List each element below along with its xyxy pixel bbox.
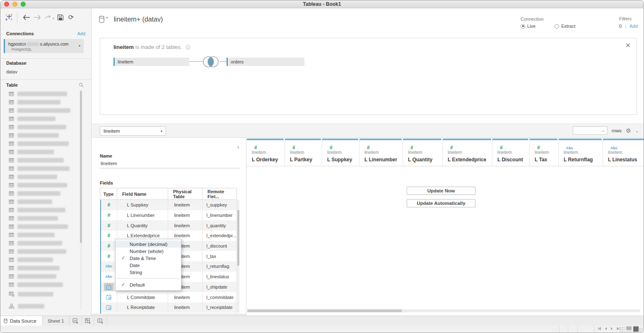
connection-caret-icon[interactable]: ▾ bbox=[79, 44, 80, 48]
scrollbar-thumb[interactable] bbox=[247, 309, 402, 312]
search-icon[interactable] bbox=[79, 83, 84, 88]
update-now-button[interactable]: Update Now bbox=[407, 187, 475, 195]
field-type-cell[interactable]: # bbox=[101, 220, 117, 231]
show-filmstrip-view-icon[interactable] bbox=[626, 326, 632, 332]
menu-item[interactable]: Number (whole) bbox=[116, 248, 181, 255]
field-row[interactable]: #L Linenumberlineiteml_linenumber bbox=[100, 210, 236, 221]
menu-item[interactable]: Date bbox=[116, 262, 181, 269]
go-arrow-icon[interactable]: → bbox=[601, 128, 605, 133]
table-list-item[interactable] bbox=[0, 290, 86, 298]
fields-column-header[interactable]: Type bbox=[100, 188, 117, 199]
new-story-button[interactable] bbox=[94, 316, 107, 326]
table-list-item[interactable] bbox=[0, 173, 86, 181]
field-type-cell[interactable]: # bbox=[101, 231, 117, 241]
gear-icon[interactable]: ⚙ bbox=[626, 127, 631, 134]
grid-column-header[interactable]: #lineitemL Discount bbox=[492, 139, 530, 166]
table-list-item[interactable] bbox=[0, 131, 86, 139]
menu-item-default[interactable]: ✓Default bbox=[116, 281, 181, 288]
name-input[interactable]: lineitem bbox=[101, 161, 117, 166]
field-name-cell[interactable]: L Commitdate bbox=[117, 292, 168, 302]
table-list-item[interactable] bbox=[0, 255, 86, 264]
table-list-item[interactable] bbox=[0, 106, 86, 114]
collapse-panel-icon[interactable]: ‹ bbox=[237, 143, 239, 150]
table-list-item[interactable] bbox=[0, 280, 86, 289]
grid-column-header[interactable]: #lineitemL Tax bbox=[530, 139, 559, 166]
database-value[interactable]: datav bbox=[6, 69, 17, 74]
grid-column-header[interactable]: AbclineitemL Linestatus bbox=[603, 139, 644, 166]
rows-count-input[interactable]: → bbox=[573, 126, 608, 135]
menu-item[interactable]: Number (decimal) bbox=[116, 241, 181, 248]
info-icon[interactable]: ⓘ bbox=[186, 44, 191, 50]
grid-column-header[interactable]: #lineitemL Orderkey bbox=[247, 139, 285, 166]
table-list-item[interactable] bbox=[0, 272, 86, 280]
grid-column-header[interactable]: #lineitemL Suppkey bbox=[322, 139, 359, 166]
chevron-down-icon[interactable]: ⌄ bbox=[635, 129, 639, 133]
table-list-item[interactable] bbox=[0, 206, 86, 214]
grid-column-header[interactable]: #lineitemL Partkey bbox=[285, 139, 322, 166]
first-sheet-icon[interactable] bbox=[597, 327, 601, 331]
table-list-item[interactable] bbox=[0, 139, 86, 148]
table-list-item[interactable] bbox=[0, 197, 86, 206]
table-list-item[interactable] bbox=[0, 239, 86, 247]
table-list-item[interactable] bbox=[0, 302, 86, 309]
next-sheet-icon[interactable] bbox=[610, 327, 613, 331]
field-name-cell[interactable]: L Linenumber bbox=[117, 210, 168, 221]
table-list-item[interactable] bbox=[0, 264, 86, 272]
fields-column-header[interactable]: Field Name bbox=[117, 188, 168, 199]
sidebar-scrollbar[interactable] bbox=[80, 90, 82, 309]
previous-sheet-icon[interactable] bbox=[604, 327, 607, 331]
save-button[interactable] bbox=[55, 12, 65, 22]
close-icon[interactable]: ✕ bbox=[625, 41, 631, 49]
datasource-title[interactable]: lineitem+ (datav) bbox=[114, 16, 163, 23]
table-list-item[interactable] bbox=[0, 123, 86, 131]
field-type-cell[interactable]: Abc bbox=[101, 272, 117, 282]
table-list-item[interactable] bbox=[0, 90, 86, 98]
table-list-item[interactable] bbox=[0, 114, 86, 123]
undo-caret-icon[interactable]: ▾ bbox=[53, 17, 54, 20]
field-type-cell[interactable]: Abc bbox=[101, 261, 117, 272]
refresh-button[interactable]: ⟳ bbox=[66, 12, 76, 22]
field-name-cell[interactable]: L Quantity bbox=[117, 220, 168, 231]
extract-radio[interactable]: Extract bbox=[555, 24, 575, 29]
table-list-item[interactable] bbox=[0, 189, 86, 197]
show-sheet-view-icon[interactable] bbox=[633, 326, 639, 332]
fields-scrollbar[interactable] bbox=[237, 200, 239, 313]
table-list-item[interactable] bbox=[0, 231, 86, 239]
menu-item[interactable]: ✓Date & Time bbox=[116, 255, 181, 262]
field-type-cell[interactable]: # bbox=[101, 200, 117, 210]
field-type-cell[interactable] bbox=[101, 282, 117, 292]
join-table-orders[interactable]: orders bbox=[227, 58, 304, 66]
grid-column-header[interactable]: #lineitemL Extendedprice bbox=[443, 139, 492, 166]
table-list-item[interactable] bbox=[0, 222, 86, 231]
forward-button[interactable] bbox=[32, 12, 42, 22]
field-name-cell[interactable]: L Receiptdate bbox=[117, 302, 168, 313]
new-dashboard-button[interactable] bbox=[82, 316, 94, 326]
add-filter-link[interactable]: Add bbox=[630, 24, 638, 29]
field-row[interactable]: #L Quantitylineiteml_quantity bbox=[100, 220, 236, 231]
join-table-lineitem[interactable]: lineitem bbox=[113, 58, 189, 66]
resize-grip[interactable] bbox=[639, 328, 643, 332]
update-automatically-button[interactable]: Update Automatically bbox=[407, 199, 475, 207]
database-icon[interactable] bbox=[99, 16, 105, 23]
inner-join-icon[interactable] bbox=[202, 55, 219, 69]
grid-column-header[interactable]: #lineitemL Quantity bbox=[403, 139, 443, 166]
field-row[interactable]: L Commitdatelineiteml_commitdate bbox=[100, 292, 236, 302]
table-list-item[interactable] bbox=[0, 181, 86, 189]
field-row[interactable]: #L Suppkeylineiteml_suppkey bbox=[100, 200, 236, 210]
connection-card[interactable]: hgpostcn s.aliyuncs.com PostgreSQL ▾ bbox=[4, 39, 84, 53]
field-type-cell[interactable]: # bbox=[101, 210, 117, 221]
database-caret-icon[interactable]: ▾ bbox=[106, 16, 108, 19]
live-radio[interactable]: Live bbox=[521, 24, 535, 29]
new-worksheet-button[interactable] bbox=[70, 316, 82, 326]
tab-data-source[interactable]: Data Source bbox=[0, 316, 43, 326]
menu-item[interactable]: String bbox=[116, 269, 181, 276]
table-list-item[interactable] bbox=[0, 148, 86, 156]
field-row[interactable]: L Receiptdatelineiteml_receiptdate bbox=[100, 302, 236, 313]
add-connection-link[interactable]: Add bbox=[77, 31, 85, 36]
tab-sheet1[interactable]: Sheet 1 bbox=[43, 316, 70, 326]
table-list-item[interactable] bbox=[0, 156, 86, 164]
selected-type-cell[interactable] bbox=[104, 284, 113, 290]
fields-column-header[interactable]: Physical Table bbox=[168, 188, 203, 199]
grid-hscrollbar[interactable] bbox=[247, 309, 640, 312]
field-type-cell[interactable]: # bbox=[101, 241, 117, 251]
